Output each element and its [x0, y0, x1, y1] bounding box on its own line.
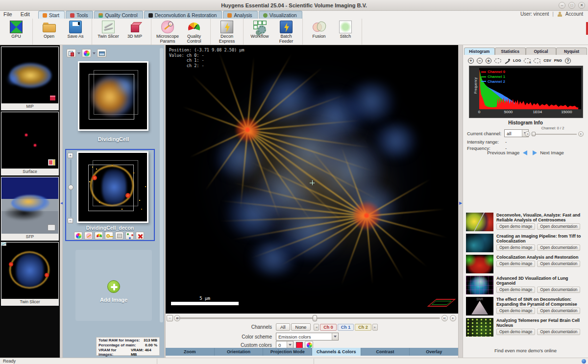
open-button[interactable]: Open	[36, 20, 62, 39]
lasso-add-button[interactable]: ↓	[534, 58, 540, 63]
zoom-in-button[interactable]: +	[468, 58, 474, 64]
mip-thumbnail[interactable]: MIP	[1, 47, 59, 110]
step-button[interactable]: ▸|	[441, 315, 448, 321]
thumbnail-zoom-slider[interactable]: + −	[68, 153, 74, 223]
chevron-down-icon[interactable]	[93, 52, 96, 54]
viewer-tab-projection-mode[interactable]: Projection Mode	[263, 348, 312, 356]
histogram-plot[interactable]: Channel 0 Channel 1 Channel 2	[479, 68, 581, 109]
dividingcell-thumbnail[interactable]	[79, 63, 147, 129]
channels-none-button[interactable]: None	[291, 323, 311, 331]
add-image-dropzone[interactable]: Add Image	[75, 250, 152, 321]
surface-thumbnail[interactable]: Surface	[1, 112, 59, 175]
colors-button[interactable]	[74, 232, 82, 240]
open-demo-image-button[interactable]: Open demo image	[496, 223, 535, 230]
zoom-out-button[interactable]: −	[477, 58, 483, 64]
channels-all-button[interactable]: All	[276, 323, 290, 331]
tab-histogram[interactable]: Histogram	[464, 48, 495, 55]
chevron-down-icon[interactable]	[77, 52, 80, 54]
previous-image-link[interactable]: Previous Image	[487, 150, 519, 155]
zoom-in-box-icon[interactable]: +	[68, 153, 73, 158]
tab-quality-control[interactable]: Quality Control	[94, 11, 143, 19]
lasso-remove-button[interactable]: ✕	[524, 58, 531, 63]
twin-slicer-thumbnail[interactable]: Twin Slicer	[1, 242, 59, 306]
time-slider-handle[interactable]	[313, 315, 317, 321]
zoom-fit-button[interactable]: ⋄	[486, 58, 491, 64]
more-demos-link[interactable]: Find even more demo's online	[463, 348, 588, 353]
play-button[interactable]: ▸	[450, 315, 456, 321]
channel-slider-track[interactable]	[532, 134, 577, 135]
quality-button[interactable]	[95, 232, 103, 240]
collapse-right-icon[interactable]: ▶	[459, 201, 463, 205]
open-demo-image-button[interactable]: Open demo image	[496, 287, 535, 293]
export-png-button[interactable]: PNG	[554, 58, 562, 63]
snr-pyramid-demo-thumbnail[interactable]: SNR	[466, 297, 493, 315]
open-demo-image-button[interactable]: Open demo image	[496, 244, 535, 251]
gpu-button[interactable]: GPU	[3, 20, 29, 39]
open-documentation-button[interactable]: Open documentation	[537, 329, 580, 335]
channel-scroll-left-icon[interactable]: ◂	[314, 324, 319, 331]
viewer-tab-contrast[interactable]: Contrast	[361, 348, 410, 356]
dropdown-arrow-icon[interactable]	[332, 333, 338, 340]
open-documentation-button[interactable]: Open documentation	[537, 308, 580, 314]
tab-deconvolution[interactable]: Deconvolution & Restoration	[144, 11, 222, 19]
microscope-params-button[interactable]: Microscope Params	[154, 20, 181, 44]
telomeres-demo-thumbnail[interactable]	[466, 318, 493, 337]
sfp-thumbnail-image[interactable]	[1, 177, 58, 234]
channel-slider[interactable]: ◂ ▸	[525, 131, 584, 137]
custom-color-swatch[interactable]	[296, 342, 303, 348]
channel-slider-right-icon[interactable]: ▸	[578, 131, 584, 137]
tab-tools[interactable]: Tools	[66, 11, 93, 19]
menu-file[interactable]: File	[0, 11, 16, 18]
dividingcell-decon-frame[interactable]	[77, 151, 148, 223]
channel-scroll-right-icon[interactable]: ▸	[372, 324, 378, 331]
volume-viewer-canvas[interactable]: Position: (-3.71 9.08 2.50) µm Value: ch…	[166, 45, 458, 314]
share-button[interactable]	[125, 232, 134, 240]
dropdown-arrow-icon[interactable]	[287, 341, 293, 348]
viewer-tab-overlay[interactable]: Overlay	[410, 348, 458, 356]
channel-2-toggle[interactable]: Ch 2	[355, 324, 371, 331]
decon-express-button[interactable]: Decon Express	[214, 20, 240, 44]
open-documentation-button[interactable]: Open documentation	[537, 261, 580, 267]
tab-optical[interactable]: Optical	[526, 48, 557, 55]
viewer-tab-channels-colors[interactable]: Channels & Colors	[312, 348, 361, 356]
channel-slider-left-icon[interactable]: ◂	[525, 131, 530, 137]
log-scale-button[interactable]: LOG	[513, 58, 521, 63]
picker-button[interactable]	[504, 58, 510, 64]
imaging-pipeline-demo-thumbnail[interactable]	[466, 234, 493, 252]
license-button[interactable]	[105, 232, 113, 240]
help-button[interactable]: ?	[565, 58, 571, 64]
mip-thumbnail-image[interactable]	[1, 47, 58, 103]
image-item-dividingcell[interactable]	[78, 61, 148, 131]
channel-slider-handle[interactable]	[532, 132, 536, 136]
menu-edit[interactable]: Edit	[17, 11, 33, 18]
slider-track[interactable]	[70, 159, 72, 217]
lung-organoid-demo-thumbnail[interactable]	[466, 276, 493, 294]
twin-slicer-thumbnail-image[interactable]	[1, 243, 58, 299]
stitch-button[interactable]: Stitch	[332, 20, 359, 39]
slider-handle[interactable]	[68, 185, 74, 190]
account-link[interactable]: Account	[565, 11, 583, 17]
open-demo-image-button[interactable]: Open demo image	[496, 329, 535, 335]
colocalization-demo-thumbnail[interactable]	[466, 255, 493, 273]
next-arrow-icon[interactable]	[533, 150, 537, 155]
color-scheme-select[interactable]: Emission colors	[276, 333, 339, 340]
sfp-thumbnail[interactable]: SFP	[1, 177, 59, 241]
export-csv-button[interactable]: CSV	[543, 58, 551, 63]
surface-thumbnail-image[interactable]	[1, 112, 58, 169]
panel-layout-button[interactable]	[97, 49, 106, 57]
centrosomes-demo-thumbnail[interactable]	[466, 213, 493, 231]
tab-analysis[interactable]: Analysis	[223, 11, 257, 19]
viewer-option-button[interactable]: −	[167, 315, 173, 321]
image-list-scrollbar[interactable]	[160, 48, 163, 322]
image-manager-button[interactable]	[67, 49, 76, 57]
delete-button[interactable]	[136, 232, 144, 240]
close-button[interactable]: ✕	[578, 2, 585, 9]
channel-1-toggle[interactable]: Ch 1	[338, 324, 354, 331]
collapse-left-icon[interactable]: ◀	[60, 201, 62, 205]
open-documentation-button[interactable]: Open documentation	[537, 244, 580, 251]
minimize-button[interactable]: –	[559, 2, 565, 9]
maximize-button[interactable]: □	[568, 2, 575, 9]
panel-splitter-right[interactable]: ▶	[458, 45, 463, 358]
save-as-button[interactable]: Save As	[62, 20, 89, 39]
open-documentation-button[interactable]: Open documentation	[537, 223, 580, 230]
